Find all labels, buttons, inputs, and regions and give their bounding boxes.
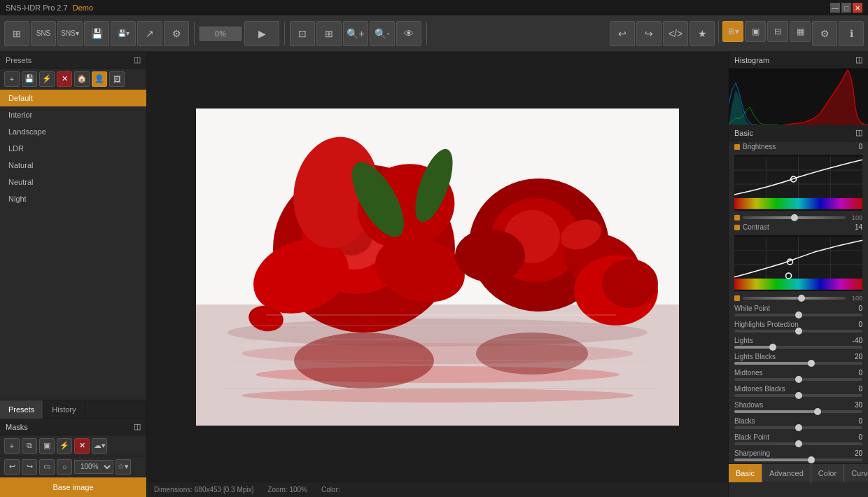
code-button[interactable]: </> bbox=[663, 21, 688, 46]
star-button[interactable]: ★ bbox=[690, 21, 715, 46]
preset-home-button[interactable]: 🏠 bbox=[74, 71, 90, 87]
shadows-thumb[interactable] bbox=[814, 408, 821, 415]
preset-delete-button[interactable]: ✕ bbox=[57, 71, 72, 87]
preset-item-ldr[interactable]: LDR bbox=[0, 140, 146, 157]
split-view-button[interactable]: ⊟ bbox=[767, 21, 788, 42]
shadows-slider[interactable] bbox=[734, 410, 862, 413]
tab-basic[interactable]: Basic bbox=[729, 464, 762, 482]
eye-button[interactable]: 👁 bbox=[396, 21, 421, 46]
highlights-thumb[interactable] bbox=[795, 328, 802, 335]
mask-cloud-button[interactable]: ☁▾ bbox=[92, 438, 107, 454]
contrast-thumb[interactable] bbox=[798, 295, 805, 302]
main-area: Presets ◫ + 💾 ⚡ ✕ 🏠 👤 🖼 Default Interior… bbox=[0, 52, 868, 497]
brightness-slider[interactable] bbox=[743, 216, 846, 219]
info-button[interactable]: ℹ bbox=[839, 21, 864, 46]
preset-flash-button[interactable]: ⚡ bbox=[39, 71, 55, 87]
mask-flash-button[interactable]: ⚡ bbox=[57, 438, 72, 454]
preset-person-button[interactable]: 👤 bbox=[92, 71, 107, 87]
mask-arrow-button[interactable]: ↩ bbox=[4, 459, 20, 475]
sharpening-row: Sharpening 20 bbox=[729, 447, 868, 463]
mask-rect-button[interactable]: ▭ bbox=[39, 459, 55, 475]
photo-canvas[interactable] bbox=[196, 108, 679, 426]
tab-curves[interactable]: Curves bbox=[844, 464, 868, 482]
sharpening-thumb[interactable] bbox=[808, 456, 815, 463]
zoom-out-button[interactable]: 🔍- bbox=[370, 21, 395, 46]
canvas-container[interactable] bbox=[147, 52, 728, 482]
base-image-item[interactable]: Base image bbox=[0, 477, 146, 497]
masks-expand-icon[interactable]: ◫ bbox=[134, 422, 141, 431]
redo-button[interactable]: ↪ bbox=[636, 21, 662, 46]
midtones-slider[interactable] bbox=[734, 378, 862, 381]
apply-button[interactable]: ▶ bbox=[244, 21, 279, 46]
whitepoint-slider[interactable] bbox=[734, 314, 862, 316]
midtones-blacks-thumb[interactable] bbox=[795, 392, 802, 399]
gear2-button[interactable]: ⚙ bbox=[812, 21, 837, 46]
lights-slider[interactable] bbox=[734, 346, 862, 349]
app-title: SNS-HDR Pro 2.7 Demo bbox=[6, 4, 93, 12]
black-point-label: Black Point bbox=[734, 433, 769, 441]
histogram-title: Histogram bbox=[734, 56, 769, 64]
single-view-button[interactable]: ▣ bbox=[745, 21, 766, 42]
preset-item-neutral[interactable]: Neutral bbox=[0, 174, 146, 190]
brightness-range-dot bbox=[734, 215, 740, 220]
black-point-slider[interactable] bbox=[734, 442, 862, 445]
tab-color[interactable]: Color bbox=[811, 464, 844, 482]
tab-presets[interactable]: Presets bbox=[0, 400, 43, 419]
whitepoint-thumb[interactable] bbox=[795, 312, 802, 318]
presets-expand-icon[interactable]: ◫ bbox=[134, 55, 141, 64]
layout-button[interactable]: ▦ bbox=[790, 21, 811, 42]
save-button[interactable]: 💾 bbox=[84, 21, 109, 46]
save-as-button[interactable]: 💾▾ bbox=[111, 21, 136, 46]
tab-history[interactable]: History bbox=[43, 400, 85, 419]
mask-zoom-select[interactable]: 100% bbox=[74, 460, 113, 474]
mask-circle-button[interactable]: ○ bbox=[57, 459, 72, 475]
preset-add-button[interactable]: + bbox=[4, 71, 20, 87]
mask-select-button[interactable]: ▣ bbox=[39, 438, 55, 454]
preset-image-button[interactable]: 🖼 bbox=[109, 71, 125, 87]
preset-item-interior[interactable]: Interior bbox=[0, 106, 146, 123]
sns-dropdown-button[interactable]: SNS▾ bbox=[57, 21, 83, 46]
mask-star-button[interactable]: ☆▾ bbox=[115, 459, 131, 475]
lights-blacks-slider[interactable] bbox=[734, 362, 862, 365]
zoom-in-button[interactable]: 🔍+ bbox=[343, 21, 368, 46]
contrast-max: 100 bbox=[848, 295, 862, 302]
display-mode-button[interactable]: 🖥▾ bbox=[722, 21, 743, 42]
basic-expand-icon[interactable]: ◫ bbox=[855, 128, 862, 137]
contrast-slider[interactable] bbox=[743, 297, 846, 300]
toolbar-file-group: ⊞ SNS SNS▾ 💾 💾▾ ↗ ⚙ bbox=[4, 21, 189, 46]
brightness-thumb[interactable] bbox=[791, 214, 798, 221]
undo-button[interactable]: ↩ bbox=[610, 21, 635, 46]
preset-item-default[interactable]: Default bbox=[0, 90, 146, 106]
preset-item-night[interactable]: Night bbox=[0, 190, 146, 207]
highlights-slider[interactable] bbox=[734, 330, 862, 332]
black-point-thumb[interactable] bbox=[795, 440, 802, 447]
transform-button[interactable]: ⊡ bbox=[290, 21, 315, 46]
blacks-slider[interactable] bbox=[734, 426, 862, 429]
svg-point-3 bbox=[227, 318, 648, 346]
mask-copy-button[interactable]: ⧉ bbox=[22, 438, 37, 454]
sharpening-slider[interactable] bbox=[734, 458, 862, 461]
preset-item-landscape[interactable]: Landscape bbox=[0, 123, 146, 140]
settings-button[interactable]: ⚙ bbox=[164, 21, 189, 46]
mask-add-button[interactable]: + bbox=[4, 438, 20, 454]
midtones-thumb[interactable] bbox=[795, 376, 802, 383]
minimize-button[interactable]: — bbox=[830, 3, 840, 13]
sns-button[interactable]: SNS bbox=[31, 21, 56, 46]
preset-save-button[interactable]: 💾 bbox=[22, 71, 37, 87]
highlights-label: Highlights Protection bbox=[734, 321, 799, 328]
close-button[interactable]: ✕ bbox=[853, 3, 862, 13]
blacks-thumb[interactable] bbox=[795, 424, 802, 431]
lights-blacks-thumb[interactable] bbox=[808, 360, 815, 367]
new-button[interactable]: ⊞ bbox=[4, 21, 29, 46]
histogram-expand-icon[interactable]: ◫ bbox=[855, 55, 862, 64]
mask-delete-button[interactable]: ✕ bbox=[74, 438, 90, 454]
midtones-blacks-slider[interactable] bbox=[734, 394, 862, 397]
tab-advanced[interactable]: Advanced bbox=[762, 464, 811, 482]
toolbar-view-group: ⊡ ⊞ 🔍+ 🔍- 👁 bbox=[290, 21, 421, 46]
mask-arrow2-button[interactable]: ↪ bbox=[22, 459, 37, 475]
lights-thumb[interactable] bbox=[769, 344, 776, 351]
maximize-button[interactable]: □ bbox=[841, 3, 851, 13]
crop-button[interactable]: ⊞ bbox=[316, 21, 342, 46]
preset-item-natural[interactable]: Natural bbox=[0, 157, 146, 174]
export-button[interactable]: ↗ bbox=[137, 21, 162, 46]
